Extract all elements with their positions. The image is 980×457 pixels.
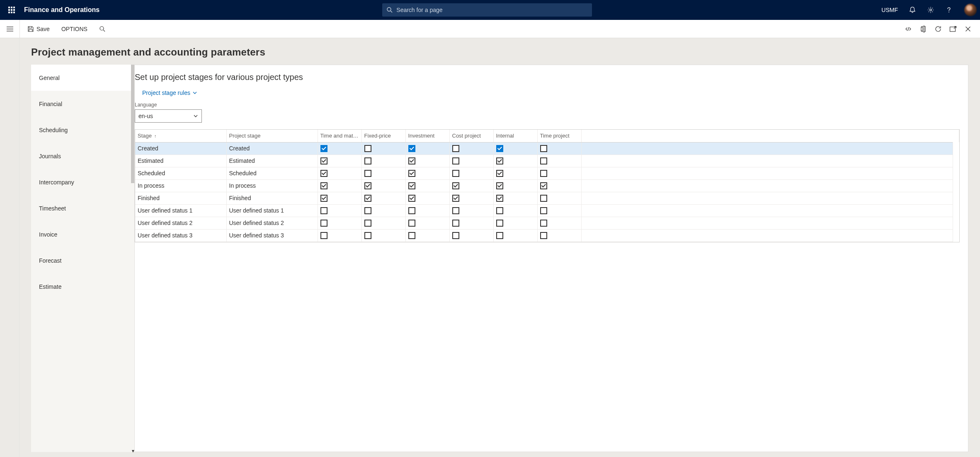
close-button[interactable] (963, 24, 973, 34)
notification-button[interactable] (907, 5, 918, 15)
column-header-time_materials[interactable]: Time and materi... (318, 130, 361, 142)
user-avatar[interactable] (964, 4, 977, 16)
checkbox-fixed_price[interactable] (364, 220, 371, 227)
search-input[interactable] (396, 7, 588, 13)
refresh-button[interactable] (934, 24, 943, 34)
cell-stage[interactable]: In process (135, 179, 226, 192)
checkbox-investment[interactable] (408, 170, 415, 177)
checkbox-time_project[interactable] (540, 232, 547, 239)
scroll-down-caret[interactable]: ▼ (131, 449, 135, 453)
checkbox-time_project[interactable] (540, 157, 547, 164)
cell-stage[interactable]: User defined status 2 (135, 217, 226, 229)
save-button[interactable]: Save (24, 23, 53, 35)
cell-project-stage[interactable]: User defined status 1 (226, 204, 318, 217)
cell-project-stage[interactable]: Estimated (226, 155, 318, 167)
cell-stage[interactable]: User defined status 3 (135, 229, 226, 242)
company-picker[interactable]: USMF (881, 7, 898, 13)
checkbox-cost_project[interactable] (452, 232, 459, 239)
checkbox-internal[interactable] (496, 170, 503, 177)
table-row[interactable]: User defined status 2User defined status… (135, 217, 959, 229)
table-row[interactable]: EstimatedEstimated (135, 155, 959, 167)
sidenav-scrollbar[interactable] (131, 65, 134, 183)
sidenav-item-general[interactable]: General (31, 65, 134, 91)
checkbox-time_materials[interactable] (320, 157, 327, 164)
cell-project-stage[interactable]: Scheduled (226, 167, 318, 179)
table-row[interactable]: FinishedFinished (135, 192, 959, 204)
project-stage-rules-link[interactable]: Project stage rules (135, 89, 961, 96)
cell-stage[interactable]: User defined status 1 (135, 204, 226, 217)
attach-button[interactable] (904, 24, 913, 34)
cell-project-stage[interactable]: Created (226, 142, 318, 155)
sidenav-item-financial[interactable]: Financial (31, 91, 134, 117)
sidenav-item-invoice[interactable]: Invoice (31, 221, 134, 247)
table-row[interactable]: In processIn process (135, 179, 959, 192)
checkbox-fixed_price[interactable] (364, 157, 371, 164)
checkbox-investment[interactable] (408, 182, 415, 189)
navpane-toggle[interactable] (0, 20, 20, 38)
checkbox-time_project[interactable] (540, 220, 547, 227)
popout-button[interactable] (948, 24, 958, 34)
checkbox-cost_project[interactable] (452, 220, 459, 227)
checkbox-internal[interactable] (496, 157, 503, 164)
checkbox-time_materials[interactable] (320, 145, 327, 152)
checkbox-cost_project[interactable] (452, 207, 459, 214)
checkbox-investment[interactable] (408, 232, 415, 239)
collapsed-navpane[interactable] (0, 38, 19, 457)
global-search[interactable] (382, 3, 592, 17)
checkbox-internal[interactable] (496, 145, 503, 152)
sidenav-item-scheduling[interactable]: Scheduling (31, 117, 134, 143)
checkbox-fixed_price[interactable] (364, 182, 371, 189)
checkbox-cost_project[interactable] (452, 182, 459, 189)
column-header-internal[interactable]: Internal (493, 130, 537, 142)
checkbox-time_materials[interactable] (320, 170, 327, 177)
checkbox-fixed_price[interactable] (364, 170, 371, 177)
checkbox-investment[interactable] (408, 220, 415, 227)
checkbox-time_materials[interactable] (320, 195, 327, 202)
cell-stage[interactable]: Scheduled (135, 167, 226, 179)
office-button[interactable] (919, 24, 928, 34)
checkbox-internal[interactable] (496, 195, 503, 202)
cell-project-stage[interactable]: Finished (226, 192, 318, 204)
column-header-project_stage[interactable]: Project stage (226, 130, 318, 142)
cell-project-stage[interactable]: User defined status 3 (226, 229, 318, 242)
cell-project-stage[interactable]: User defined status 2 (226, 217, 318, 229)
checkbox-time_project[interactable] (540, 182, 547, 189)
sidenav-item-forecast[interactable]: Forecast (31, 247, 134, 273)
checkbox-fixed_price[interactable] (364, 232, 371, 239)
app-launcher-button[interactable] (2, 0, 22, 20)
language-select[interactable]: en-us (135, 109, 202, 123)
checkbox-time_materials[interactable] (320, 232, 327, 239)
checkbox-time_materials[interactable] (320, 220, 327, 227)
checkbox-cost_project[interactable] (452, 145, 459, 152)
checkbox-investment[interactable] (408, 157, 415, 164)
cell-stage[interactable]: Created (135, 142, 226, 155)
checkbox-internal[interactable] (496, 207, 503, 214)
settings-button[interactable] (925, 5, 936, 15)
checkbox-time_materials[interactable] (320, 207, 327, 214)
cell-stage[interactable]: Estimated (135, 155, 226, 167)
actionpane-search-button[interactable] (96, 23, 109, 35)
cell-stage[interactable]: Finished (135, 192, 226, 204)
grid-scrollbar[interactable] (953, 142, 959, 242)
column-header-stage[interactable]: Stage↑ (135, 130, 226, 142)
checkbox-time_project[interactable] (540, 170, 547, 177)
checkbox-internal[interactable] (496, 182, 503, 189)
checkbox-time_project[interactable] (540, 145, 547, 152)
column-header-cost_project[interactable]: Cost project (449, 130, 493, 142)
table-row[interactable]: CreatedCreated (135, 142, 959, 155)
table-row[interactable]: User defined status 1User defined status… (135, 204, 959, 217)
checkbox-time_materials[interactable] (320, 182, 327, 189)
checkbox-internal[interactable] (496, 232, 503, 239)
column-header-time_project[interactable]: Time project (537, 130, 581, 142)
column-header-fixed_price[interactable]: Fixed-price (361, 130, 405, 142)
options-tab[interactable]: OPTIONS (57, 23, 92, 35)
checkbox-fixed_price[interactable] (364, 207, 371, 214)
checkbox-fixed_price[interactable] (364, 145, 371, 152)
checkbox-internal[interactable] (496, 220, 503, 227)
table-row[interactable]: User defined status 3User defined status… (135, 229, 959, 242)
checkbox-time_project[interactable] (540, 195, 547, 202)
checkbox-cost_project[interactable] (452, 195, 459, 202)
checkbox-investment[interactable] (408, 207, 415, 214)
checkbox-cost_project[interactable] (452, 170, 459, 177)
sidenav-item-timesheet[interactable]: Timesheet (31, 195, 134, 221)
